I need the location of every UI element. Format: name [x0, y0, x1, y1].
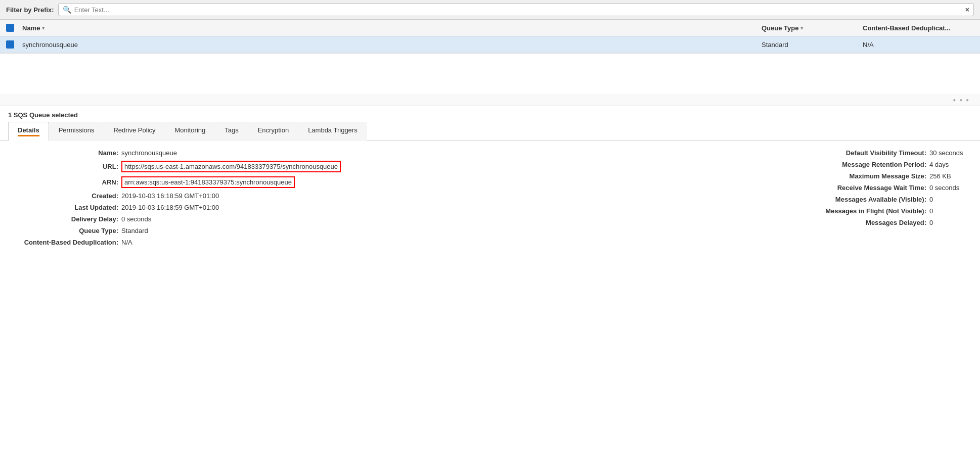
right-maxsize-row: Maximum Message Size: 256 KB	[500, 172, 970, 180]
clear-icon[interactable]: ×	[965, 6, 969, 14]
row-checkbox[interactable]	[6, 40, 14, 49]
filter-input[interactable]	[74, 6, 962, 14]
tab-monitoring[interactable]: Monitoring	[165, 122, 215, 141]
right-visibility-row: Default Visibility Timeout: 30 seconds	[500, 149, 970, 157]
row-dedup: N/A	[863, 41, 974, 49]
resize-area: ● ● ●	[0, 94, 980, 106]
qtype-value: Standard	[121, 227, 148, 234]
available-key: Messages Available (Visible):	[835, 196, 929, 203]
tabs-container: Details Permissions Redrive Policy Monit…	[0, 122, 980, 141]
tab-redrive[interactable]: Redrive Policy	[104, 122, 165, 141]
tab-tags[interactable]: Tags	[215, 122, 248, 141]
empty-area	[0, 54, 980, 94]
detail-left: Name: synchronousqueue URL: https://sqs.…	[10, 149, 480, 250]
tab-active-underline	[18, 135, 39, 136]
right-inflight-row: Messages in Flight (Not Visible): 0	[500, 207, 970, 215]
detail-delivery-row: Delivery Delay: 0 seconds	[10, 215, 480, 223]
inflight-key: Messages in Flight (Not Visible):	[825, 207, 929, 215]
delivery-key: Delivery Delay:	[10, 215, 121, 223]
cdedup-key: Content-Based Deduplication:	[10, 239, 121, 246]
name-value: synchronousqueue	[121, 149, 177, 157]
row-checkbox-col	[6, 40, 22, 49]
right-available-row: Messages Available (Visible): 0	[500, 196, 970, 203]
row-queue-type: Standard	[762, 41, 863, 49]
detail-created-row: Created: 2019-10-03 16:18:59 GMT+01:00	[10, 192, 480, 200]
maxsize-value: 256 KB	[929, 172, 970, 180]
detail-content: Name: synchronousqueue URL: https://sqs.…	[0, 141, 980, 258]
delayed-value: 0	[929, 219, 970, 226]
visibility-value: 30 seconds	[929, 149, 970, 157]
updated-key: Last Updated:	[10, 204, 121, 211]
filter-input-wrapper: 🔍 ×	[58, 3, 974, 16]
col-header-dedup: Content-Based Deduplicat...	[863, 24, 974, 32]
name-sort-icon[interactable]: ▾	[42, 25, 44, 31]
detail-right: Default Visibility Timeout: 30 seconds M…	[500, 149, 970, 250]
retention-value: 4 days	[929, 161, 970, 168]
detail-arn-row: ARN: arn:aws:sqs:us-east-1:941833379375:…	[10, 176, 480, 188]
detail-panel: 1 SQS Queue selected Details Permissions…	[0, 106, 980, 258]
cdedup-value: N/A	[121, 239, 132, 246]
search-icon: 🔍	[63, 6, 71, 14]
detail-name-row: Name: synchronousqueue	[10, 149, 480, 157]
detail-cdedup-row: Content-Based Deduplication: N/A	[10, 239, 480, 246]
retention-key: Message Retention Period:	[842, 161, 929, 168]
tab-permissions[interactable]: Permissions	[49, 122, 104, 141]
delayed-key: Messages Delayed:	[866, 219, 929, 226]
right-waittime-row: Receive Message Wait Time: 0 seconds	[500, 184, 970, 192]
available-value: 0	[929, 196, 970, 203]
table-row[interactable]: synchronousqueue Standard N/A	[0, 36, 980, 53]
waittime-key: Receive Message Wait Time:	[837, 184, 929, 192]
selected-label: 1 SQS Queue selected	[0, 106, 980, 122]
col-header-name: Name ▾	[22, 24, 762, 32]
name-key: Name:	[10, 149, 121, 157]
header-checkbox-col	[6, 24, 22, 32]
select-all-checkbox[interactable]	[6, 24, 14, 32]
queue-type-sort-icon[interactable]: ▾	[800, 25, 803, 31]
visibility-key: Default Visibility Timeout:	[846, 149, 929, 157]
inflight-value: 0	[929, 207, 970, 215]
created-key: Created:	[10, 192, 121, 200]
table-header: Name ▾ Queue Type ▾ Content-Based Dedupl…	[0, 20, 980, 36]
resize-dots[interactable]: ● ● ●	[953, 97, 970, 103]
url-value[interactable]: https://sqs.us-east-1.amazonaws.com/9418…	[121, 161, 341, 172]
waittime-value: 0 seconds	[929, 184, 970, 192]
qtype-key: Queue Type:	[10, 227, 121, 234]
detail-qtype-row: Queue Type: Standard	[10, 227, 480, 234]
delivery-value: 0 seconds	[121, 215, 151, 223]
arn-key: ARN:	[10, 178, 121, 186]
detail-updated-row: Last Updated: 2019-10-03 16:18:59 GMT+01…	[10, 204, 480, 211]
tab-details[interactable]: Details	[8, 122, 49, 141]
filter-bar: Filter by Prefix: 🔍 ×	[0, 0, 980, 20]
maxsize-key: Maximum Message Size:	[850, 172, 929, 180]
row-name: synchronousqueue	[22, 41, 762, 49]
queue-table: Name ▾ Queue Type ▾ Content-Based Dedupl…	[0, 20, 980, 54]
updated-value: 2019-10-03 16:18:59 GMT+01:00	[121, 204, 219, 211]
tab-lambda[interactable]: Lambda Triggers	[298, 122, 367, 141]
tab-encryption[interactable]: Encryption	[248, 122, 298, 141]
url-key: URL:	[10, 163, 121, 170]
created-value: 2019-10-03 16:18:59 GMT+01:00	[121, 192, 219, 200]
right-delayed-row: Messages Delayed: 0	[500, 219, 970, 226]
right-retention-row: Message Retention Period: 4 days	[500, 161, 970, 168]
col-header-queue-type: Queue Type ▾	[762, 24, 863, 32]
detail-url-row: URL: https://sqs.us-east-1.amazonaws.com…	[10, 161, 480, 172]
filter-label: Filter by Prefix:	[6, 6, 54, 14]
arn-value[interactable]: arn:aws:sqs:us-east-1:941833379375:synch…	[121, 176, 295, 188]
